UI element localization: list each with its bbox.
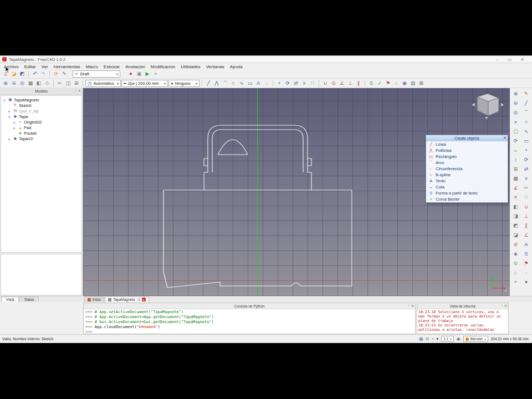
validate-icon[interactable]: ✓	[376, 80, 383, 87]
snap-menu-icon[interactable]: ▾	[436, 336, 438, 341]
mirror-tool-icon[interactable]: ⇄	[292, 80, 300, 87]
rt2-move-icon[interactable]: +	[522, 146, 530, 154]
line-tool-icon[interactable]: ╱	[204, 80, 212, 87]
edit-icon[interactable]: ✎	[60, 70, 68, 78]
rt2-arc-icon[interactable]: ⌒	[522, 109, 530, 116]
offset-tool-icon[interactable]: ≡	[300, 80, 308, 87]
circle-tool-icon[interactable]: ○	[229, 80, 237, 87]
rt2-snap-angle-icon[interactable]: ∠	[522, 231, 530, 239]
macro-record-icon[interactable]: ●	[127, 70, 135, 78]
rt-pan-v-icon[interactable]: ↕	[511, 156, 520, 163]
rt2-point-icon[interactable]: ·	[522, 269, 530, 277]
create-circunferencia[interactable]: ○Circunferencia	[426, 166, 508, 172]
view-front-icon[interactable]: ◧	[35, 80, 43, 87]
paste-icon[interactable]: ⊞	[73, 80, 80, 87]
float-panel-button[interactable]: ▫	[75, 89, 76, 93]
macro-step-icon[interactable]: »	[152, 70, 160, 78]
expander-icon[interactable]: ▸	[7, 137, 12, 141]
expander-icon[interactable]: ▾	[7, 115, 12, 119]
rt-clip-top-icon[interactable]: ◩	[511, 222, 520, 229]
expander-icon[interactable]: ▾	[2, 98, 7, 102]
menu-herramientas[interactable]: Herramientas	[51, 64, 83, 69]
rt2-more-icon[interactable]: ▾	[522, 278, 530, 286]
rt-zoom-out-icon[interactable]: ⊖	[511, 99, 520, 107]
render-icon[interactable]: ◉	[401, 80, 408, 87]
rt2-array-icon[interactable]: ∷	[522, 193, 530, 201]
grid-toggle-icon[interactable]: ▦	[419, 336, 423, 341]
snap-parallel-icon[interactable]: ∥	[355, 80, 362, 87]
menu-modificación[interactable]: Modificación	[148, 64, 178, 69]
snap-lock-icon[interactable]: ∪	[321, 80, 329, 87]
python-console-output[interactable]: >>> # App.setActiveDocument("TapaMagneto…	[84, 309, 415, 334]
rt-clip-bottom-icon[interactable]: ◪	[511, 231, 520, 239]
redo-icon[interactable]: ↷	[39, 70, 47, 78]
array-tool-icon[interactable]: ∷	[309, 80, 316, 87]
report-view-header[interactable]: Vista de informe ▫✕	[417, 303, 508, 309]
close-panel-button[interactable]: ✕	[78, 89, 81, 93]
macro-dialog-icon[interactable]: ▣	[135, 70, 143, 78]
tree-item-tapav2[interactable]: ▸◆TapaV2	[1, 136, 81, 141]
rt-axes-icon[interactable]: +	[511, 278, 520, 286]
float-panel-button[interactable]: ▫	[408, 304, 410, 308]
line-style-selector[interactable]: ━2px | 200,00 mm▾	[121, 80, 168, 87]
python-console-header[interactable]: Consola de Python ▫✕	[84, 303, 415, 309]
rt2-shapestring-icon[interactable]: S	[522, 250, 530, 258]
rt-hatch-icon[interactable]: #	[511, 193, 520, 201]
rt-hide-icon[interactable]: ⊘	[511, 241, 520, 248]
rt-box-zoom-icon[interactable]: ▢	[511, 127, 520, 135]
tree-item-tapa[interactable]: ▾◆Tapa	[1, 114, 81, 119]
tab-tapamagneto[interactable]: TapaMagneto : 1✕	[105, 296, 149, 302]
text-tool-icon[interactable]: A	[254, 80, 262, 87]
working-plane-selector[interactable]: ◳Automático▾	[85, 80, 121, 87]
rt2-mirror-icon[interactable]: ⇄	[522, 165, 530, 173]
zoom-out-icon[interactable]: ⊖	[10, 80, 18, 87]
menu-macro[interactable]: Macro	[83, 64, 101, 69]
tree-item-2pol-v-stp[interactable]: ▸▤2pol_v_stp	[1, 108, 81, 114]
tab-inicio[interactable]: Inicio	[84, 296, 104, 302]
point-tool-icon[interactable]: ·	[263, 80, 270, 87]
create-objects-header[interactable]: Create objects ✕	[426, 135, 508, 141]
create-polilínea[interactable]: ⋀Polilínea	[426, 147, 508, 154]
menu-ayuda[interactable]: Ayuda	[227, 64, 245, 69]
float-panel-button[interactable]: ▫	[502, 304, 503, 308]
rt-light-icon[interactable]: ⊙	[511, 259, 520, 267]
close-panel-button[interactable]: ✕	[504, 304, 507, 308]
macro-play-icon[interactable]: ▶	[144, 70, 151, 78]
menu-ver[interactable]: Ver	[39, 64, 51, 69]
menu-editar[interactable]: Editar	[22, 64, 39, 69]
create-objects-close-button[interactable]: ✕	[503, 136, 507, 140]
rt2-snap-lock-icon[interactable]: ∪	[522, 203, 530, 211]
create-forma-a-partir-de-texto[interactable]: SForma a partir de texto	[426, 190, 508, 196]
rt-grid-icon[interactable]: ⊞	[511, 165, 520, 173]
crosshair-toggle-icon[interactable]: +	[432, 336, 434, 341]
tree-item-tapamagneto[interactable]: ▾▣TapaMagneto	[1, 97, 81, 103]
rt2-line-icon[interactable]: ╱	[522, 99, 530, 107]
bspline-tool-icon[interactable]: ∿	[238, 80, 245, 87]
home-view-icon[interactable]: ⌂	[392, 80, 400, 87]
rt2-circle-icon[interactable]: ○	[522, 118, 530, 126]
expander-icon[interactable]: ▸	[12, 126, 17, 130]
rt2-offset-icon[interactable]: ≡	[522, 175, 530, 182]
create-cota[interactable]: ↔Cota	[426, 184, 508, 190]
menu-utilidades[interactable]: Utilidades	[178, 64, 203, 69]
maximize-button[interactable]: ▭	[508, 57, 512, 62]
minimize-button[interactable]: –	[496, 57, 498, 62]
refresh-icon[interactable]: ⟳	[52, 70, 60, 78]
tab-close-icon[interactable]: ✕	[142, 298, 146, 301]
copy-icon[interactable]: ◫	[64, 80, 72, 87]
create-arco[interactable]: ⌒Arco	[426, 160, 508, 166]
rt-clip-right-icon[interactable]: ◨	[511, 212, 520, 220]
tab-datos[interactable]: Datos	[19, 296, 39, 302]
zoom-in-icon[interactable]: ⊕	[2, 80, 9, 87]
snap-center-icon[interactable]: ⊙	[330, 80, 337, 87]
section-icon[interactable]: ⊠	[417, 80, 425, 87]
cut-icon[interactable]: ✂	[56, 80, 64, 87]
expander-icon[interactable]: ▸	[7, 109, 12, 113]
tab-vista[interactable]: Vista	[1, 296, 19, 302]
rt-rotate-view-icon[interactable]: ⟳	[511, 137, 520, 145]
polyline-tool-icon[interactable]: ⋀	[213, 80, 221, 87]
rt2-snap-parallel-icon[interactable]: ∥	[522, 222, 530, 229]
close-button[interactable]: ✕	[520, 57, 524, 62]
snap-perpendicular-icon[interactable]: ⊥	[346, 80, 354, 87]
view-iso-icon[interactable]: ◇	[43, 80, 51, 87]
